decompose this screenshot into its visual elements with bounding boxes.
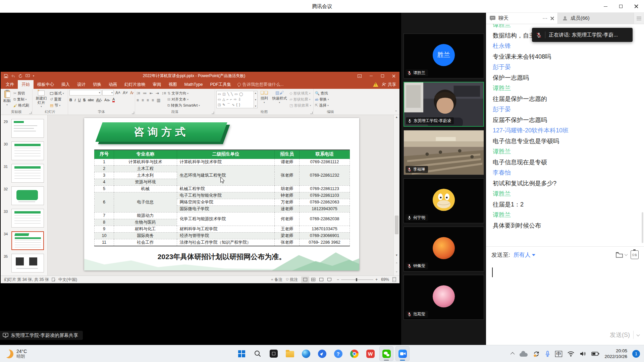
ppt-tab-幻灯片放映[interactable]: 幻灯片放映 bbox=[121, 80, 149, 89]
slide-thumbnail[interactable]: 31 bbox=[1, 164, 48, 184]
shape-gallery[interactable]: ▭ ◫ ╲ ╲ ▭ ◯ ▭ △ ⌐ ⌐ ⇨ ⇩ ◳ ✎ ⌒ ∿ { } bbox=[216, 91, 254, 108]
format-painter-button[interactable]: 🖌格式刷 bbox=[13, 103, 29, 108]
announcement-button[interactable]: 公告 bbox=[631, 250, 639, 259]
paste-button[interactable]: 粘贴▾ bbox=[2, 90, 12, 110]
ppt-minimize-button[interactable] bbox=[365, 72, 377, 80]
shape-effects-button[interactable]: ◳形状效果▾ bbox=[289, 103, 311, 108]
increase-font-button[interactable]: A˄ bbox=[115, 90, 121, 95]
indent-decrease-button[interactable]: ⇤ bbox=[150, 91, 153, 96]
tray-expand-button[interactable] bbox=[512, 352, 515, 355]
clear-format-button[interactable]: A̷ bbox=[129, 90, 133, 95]
bullets-button[interactable]: ⁝≡ bbox=[137, 91, 140, 96]
ppt-tab-MathType[interactable]: MathType bbox=[181, 80, 207, 89]
file-share-button[interactable] bbox=[615, 252, 627, 258]
volume-button[interactable] bbox=[580, 351, 586, 357]
align-text-button[interactable]: ⊟对齐文本▾ bbox=[167, 97, 200, 102]
video-tile-fanyuanying[interactable]: 范苑莹 bbox=[404, 275, 484, 320]
comments-button[interactable]: 🗩批注 bbox=[286, 277, 298, 283]
section-button[interactable]: ▤节▾ bbox=[50, 103, 64, 108]
slide-sorter-view-button[interactable] bbox=[309, 277, 317, 283]
send-options-icon[interactable] bbox=[637, 333, 640, 336]
font-color-button[interactable]: A bbox=[112, 97, 115, 102]
font-dialog-launcher[interactable] bbox=[132, 112, 134, 114]
drawing-dialog-launcher[interactable] bbox=[310, 112, 313, 114]
ppt-tab-插入[interactable]: 插入 bbox=[58, 80, 73, 89]
sync-button[interactable] bbox=[533, 351, 540, 357]
ppt-tab-动画[interactable]: 动画 bbox=[105, 80, 121, 89]
align-left-button[interactable]: ≡ bbox=[137, 98, 139, 103]
select-button[interactable]: ⇱选择▾ bbox=[315, 103, 329, 108]
slide-thumbnail[interactable]: 32 bbox=[1, 186, 48, 206]
ppt-tab-设计[interactable]: 设计 bbox=[73, 80, 89, 89]
normal-view-button[interactable] bbox=[301, 277, 309, 283]
thumbnail-preview[interactable] bbox=[11, 141, 44, 160]
thumbnail-preview[interactable] bbox=[11, 231, 44, 250]
language-status[interactable]: 中文(中国) bbox=[58, 277, 77, 283]
video-tile-liweiling[interactable]: 东莞理工学院-李蔚凌 bbox=[404, 82, 484, 127]
chrome-button[interactable] bbox=[347, 346, 361, 361]
thumbnail-preview[interactable] bbox=[11, 164, 44, 183]
find-button[interactable]: 🔍查找 bbox=[315, 91, 329, 96]
slide-thumbnail[interactable]: 33 bbox=[1, 209, 48, 229]
strikethrough-button[interactable]: abc bbox=[88, 98, 94, 102]
battery-button[interactable] bbox=[591, 352, 599, 356]
numbering-button[interactable]: ≔ bbox=[143, 91, 147, 96]
zoom-out-button[interactable]: − bbox=[337, 277, 339, 282]
slide-thumbnail[interactable]: 35 bbox=[1, 254, 48, 274]
tab-chat[interactable]: 聊天 ⋯ bbox=[486, 13, 558, 24]
tencent-meeting-button[interactable] bbox=[395, 346, 410, 361]
send-button[interactable]: 发送(S) bbox=[610, 331, 630, 339]
close-button[interactable] bbox=[629, 0, 644, 13]
zoom-in-button[interactable]: + bbox=[375, 277, 378, 282]
columns-button[interactable]: ▥ bbox=[157, 98, 160, 103]
scrollbar-thumb[interactable] bbox=[395, 216, 398, 234]
line-spacing-button[interactable]: ↕≡ bbox=[162, 91, 166, 96]
dark-app-button[interactable] bbox=[267, 346, 281, 361]
tab-members[interactable]: 成员(66) bbox=[558, 13, 634, 24]
slide-thumbnail[interactable]: 29 bbox=[1, 119, 48, 139]
ppt-restore-button[interactable] bbox=[377, 72, 388, 80]
justify-button[interactable]: ≡ bbox=[152, 98, 154, 103]
chat-message-list[interactable]: 谭胜兰数据结构，自主杜永锋专业课未来会转408吗彭于晏保护一志愿吗谭胜兰往届是保… bbox=[486, 24, 644, 246]
undo-icon[interactable] bbox=[11, 74, 15, 78]
ribbon-display-options-button[interactable] bbox=[354, 72, 365, 80]
fit-to-window-button[interactable]: ⛶ bbox=[392, 277, 396, 282]
spellcheck-icon[interactable] bbox=[52, 278, 56, 282]
underline-button[interactable]: U bbox=[78, 98, 81, 102]
ppt-tab-切换[interactable]: 切换 bbox=[89, 80, 105, 89]
activation-warning-icon[interactable] bbox=[373, 82, 378, 87]
layout-button[interactable]: 版式▾ bbox=[50, 91, 64, 96]
video-tile-zhongpeiying[interactable]: 钟佩莹 bbox=[404, 227, 484, 272]
send-to-select[interactable]: 所有人 bbox=[514, 251, 535, 259]
video-tile-lifulin[interactable]: 李福琳 bbox=[404, 130, 484, 175]
smartart-button[interactable]: ⧉转换为 SmartArt▾ bbox=[167, 103, 200, 108]
tell-me-box[interactable]: 告诉我您想要做什么... bbox=[237, 80, 284, 89]
font-size-select[interactable] bbox=[102, 90, 114, 96]
taskbar-clock[interactable]: 20:05 2022/10/26 bbox=[604, 348, 627, 359]
bold-button[interactable]: B bbox=[69, 98, 72, 102]
reading-view-button[interactable] bbox=[317, 277, 325, 283]
search-button[interactable] bbox=[251, 346, 265, 361]
scroll-up-icon[interactable]: ▲ bbox=[394, 116, 399, 119]
start-button[interactable] bbox=[234, 346, 249, 361]
next-slide-button[interactable]: ⌄ bbox=[394, 269, 399, 273]
slide-thumbnail[interactable]: 30 bbox=[1, 141, 48, 162]
indent-increase-button[interactable]: ⇥ bbox=[156, 91, 159, 96]
wps-button[interactable]: W bbox=[363, 346, 377, 361]
quick-styles-button[interactable]: ▧🖌 快速样式▾ bbox=[271, 90, 288, 110]
clipboard-dialog-launcher[interactable] bbox=[29, 112, 32, 114]
replace-button[interactable]: ab替换▾ bbox=[315, 97, 329, 102]
notification-badge[interactable]: 1 bbox=[632, 350, 640, 358]
wechat-button[interactable] bbox=[379, 346, 393, 361]
chat-more-icon[interactable]: ⋯ bbox=[542, 15, 548, 21]
ppt-share-button[interactable]: 共享 bbox=[382, 82, 396, 87]
shape-outline-button[interactable]: ▱形状轮廓▾ bbox=[289, 97, 311, 102]
file-explorer-button[interactable] bbox=[283, 346, 297, 361]
microphone-tray-button[interactable] bbox=[545, 351, 550, 357]
shape-gallery-scroll[interactable]: ▲▼▼ bbox=[254, 91, 258, 108]
decrease-font-button[interactable]: A˅ bbox=[122, 90, 128, 95]
align-center-button[interactable]: ≡ bbox=[142, 98, 144, 103]
new-slide-button[interactable]: 新建幻灯片▾ bbox=[34, 90, 49, 110]
save-icon[interactable] bbox=[4, 74, 8, 78]
redo-icon[interactable] bbox=[18, 74, 22, 78]
